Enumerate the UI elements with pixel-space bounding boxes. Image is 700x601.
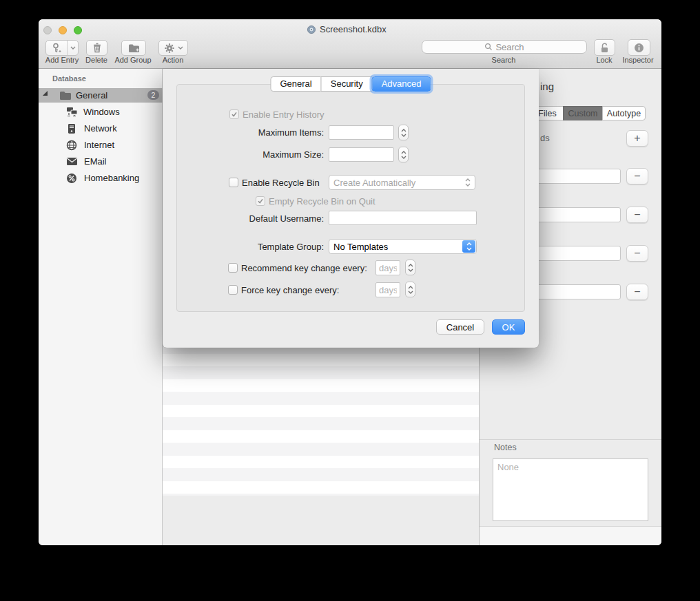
zoom-button[interactable]	[74, 26, 82, 34]
group-sidebar: Database General 2 Windows	[39, 69, 163, 545]
add-group-label: Add Group	[114, 56, 151, 64]
action-button[interactable]	[158, 40, 188, 56]
notes-label: Notes	[494, 443, 517, 452]
chevron-down-icon[interactable]	[68, 46, 78, 50]
tab-autotype[interactable]: Autotype	[602, 106, 646, 120]
add-entry-button[interactable]	[45, 40, 79, 56]
tab-security[interactable]: Security	[321, 76, 373, 92]
search-icon	[484, 43, 493, 51]
maximum-items-label: Maximum Items:	[163, 127, 324, 138]
sidebar-item-windows[interactable]: Windows	[39, 105, 163, 119]
inspector-footer	[480, 526, 661, 545]
sidebar-item-homebanking[interactable]: Homebanking	[39, 171, 163, 185]
chevron-up-icon	[401, 151, 406, 154]
gear-icon	[164, 43, 175, 54]
recommend-days-input[interactable]	[375, 260, 400, 275]
tab-general[interactable]: General	[270, 76, 321, 92]
action-label: Action	[163, 56, 184, 64]
sidebar-item-network[interactable]: Network	[39, 121, 163, 136]
lock-open-icon	[600, 43, 609, 53]
remove-field-button[interactable]: −	[626, 284, 648, 300]
folder-icon	[59, 91, 72, 101]
sidebar-header: Database	[52, 74, 86, 83]
database-settings-sheet: General Security Advanced Enable Entry H…	[163, 69, 539, 348]
search-input[interactable]: Search	[422, 40, 587, 54]
ok-button[interactable]: OK	[492, 319, 525, 335]
lock-button[interactable]	[594, 39, 615, 56]
force-days-input[interactable]	[375, 282, 400, 297]
disclosure-triangle-icon[interactable]	[43, 90, 52, 100]
chevron-down-icon	[401, 134, 406, 137]
maximum-size-label: Maximum Size:	[163, 149, 324, 160]
enable-entry-history-checkbox[interactable]	[229, 109, 239, 119]
enable-recycle-bin-label: Enable Recycle Bin	[242, 178, 320, 188]
force-key-change-checkbox[interactable]	[228, 285, 238, 295]
force-days-stepper[interactable]	[405, 282, 415, 297]
chevron-down-icon	[178, 46, 183, 50]
globe-icon	[66, 140, 77, 151]
window-title: Screenshot.kdbx	[320, 24, 387, 34]
checkmark-icon	[231, 111, 238, 118]
remove-field-button[interactable]: −	[626, 207, 648, 223]
empty-recycle-bin-checkbox[interactable]	[256, 196, 265, 206]
close-button[interactable]	[43, 26, 52, 34]
force-key-change-label: Force key change every:	[241, 285, 339, 295]
maximum-size-input[interactable]	[329, 147, 394, 162]
recommend-days-stepper[interactable]	[405, 260, 415, 275]
recommend-key-change-label: Recommend key change every:	[241, 263, 367, 273]
remove-field-button[interactable]: −	[626, 168, 648, 184]
lock-label: Lock	[596, 56, 612, 64]
screenshot-canvas: Screenshot.kdbx Add Entry	[0, 0, 700, 601]
tab-custom[interactable]: Custom	[563, 106, 603, 120]
app-window: Screenshot.kdbx Add Entry	[39, 19, 661, 545]
enable-recycle-bin-checkbox[interactable]	[229, 178, 238, 187]
delete-button[interactable]	[86, 40, 107, 56]
inspector-label: Inspector	[622, 56, 653, 64]
chevron-down-icon	[408, 268, 413, 272]
recycle-bin-mode-value: Create Automatically	[333, 178, 465, 188]
window-title-row: Screenshot.kdbx	[307, 24, 387, 34]
chevron-up-icon	[408, 264, 413, 267]
sidebar-item-label: EMail	[84, 156, 107, 167]
empty-recycle-bin-label: Empty Recycle Bin on Quit	[269, 196, 375, 207]
template-group-label: Template Group:	[163, 242, 324, 252]
add-group-button[interactable]	[121, 40, 146, 56]
inspector-title-fragment: ing	[540, 81, 554, 92]
recommend-key-change-checkbox[interactable]	[228, 263, 238, 273]
entry-count-badge: 2	[147, 90, 159, 100]
sidebar-item-label: Network	[84, 123, 117, 134]
sidebar-item-label: General	[76, 90, 107, 101]
minimize-button[interactable]	[59, 26, 67, 34]
default-username-input[interactable]	[329, 211, 477, 225]
maximum-items-stepper[interactable]	[398, 125, 409, 140]
add-field-button[interactable]: +	[626, 130, 648, 147]
popup-chevrons-icon	[465, 178, 471, 187]
sidebar-item-general[interactable]: General 2	[39, 88, 163, 103]
tab-advanced[interactable]: Advanced	[372, 76, 431, 92]
enable-entry-history-label: Enable Entry History	[243, 109, 325, 120]
notes-textarea[interactable]: None	[493, 458, 648, 521]
cancel-button[interactable]: Cancel	[436, 319, 484, 335]
entry-list[interactable]	[163, 328, 479, 496]
inspector-button[interactable]	[628, 39, 650, 56]
maximum-size-stepper[interactable]	[398, 147, 409, 162]
info-icon	[634, 43, 644, 53]
minus-icon: −	[634, 171, 640, 182]
key-icon	[46, 43, 67, 54]
sidebar-item-label: Homebanking	[84, 173, 139, 183]
minus-icon: −	[634, 286, 640, 297]
checkmark-icon	[257, 198, 264, 204]
recycle-bin-mode-popup[interactable]: Create Automatically	[329, 175, 475, 190]
minus-icon: −	[634, 209, 640, 220]
sidebar-item-label: Internet	[84, 140, 114, 150]
server-icon	[68, 123, 76, 134]
sidebar-item-email[interactable]: EMail	[39, 154, 163, 169]
template-group-popup[interactable]: No Templates	[329, 239, 477, 254]
document-icon	[307, 25, 316, 34]
remove-field-button[interactable]: −	[626, 245, 648, 262]
maximum-items-input[interactable]	[329, 125, 394, 140]
plus-icon: +	[634, 133, 640, 144]
window-chrome: Screenshot.kdbx Add Entry	[39, 19, 661, 69]
sidebar-item-internet[interactable]: Internet	[39, 138, 163, 152]
chevron-up-icon	[401, 129, 406, 132]
